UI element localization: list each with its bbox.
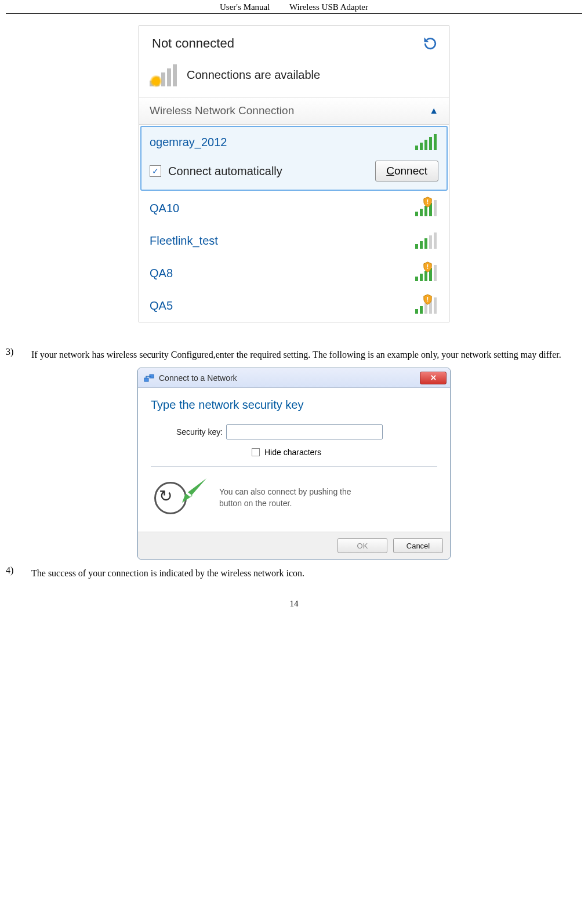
svg-text:!: !: [427, 198, 429, 205]
chevron-up-icon: ▲: [429, 106, 438, 116]
network-item[interactable]: QA8 !: [139, 257, 449, 289]
hide-characters-label: Hide characters: [264, 448, 321, 457]
close-icon: ✕: [430, 373, 437, 382]
close-button[interactable]: ✕: [420, 372, 447, 384]
step-number: 3): [6, 346, 31, 364]
hide-characters-checkbox[interactable]: [252, 448, 260, 456]
dialog-title: Connect to a Network: [159, 373, 237, 383]
cancel-button[interactable]: Cancel: [393, 538, 443, 553]
ssid-label: Fleetlink_test: [150, 234, 218, 248]
connections-available-label: Connections are available: [187, 68, 320, 82]
wps-icon: ↻: [151, 475, 209, 521]
wireless-section-header[interactable]: Wireless Network Connection ▲: [139, 97, 449, 125]
header-left: User's Manual: [220, 2, 270, 12]
dialog-separator: [151, 466, 437, 467]
step-number: 4): [6, 564, 31, 583]
page-header: User's Manual Wireless USB Adapter: [6, 0, 582, 13]
signal-icon: !: [415, 200, 438, 216]
connect-dialog: Connect to a Network ✕ Type the network …: [137, 368, 451, 560]
network-icon: [144, 373, 154, 383]
wps-hint: You can also connect by pushing the butt…: [219, 486, 351, 509]
network-item[interactable]: QA10 !: [139, 192, 449, 224]
signal-icon: !: [415, 265, 438, 281]
security-key-label: Security key:: [151, 427, 226, 437]
signal-icon: [415, 232, 438, 249]
network-list: QA10 ! Fleetlink_test QA8: [139, 192, 449, 322]
connect-button[interactable]: Connect: [375, 161, 438, 181]
signal-icon: [415, 134, 438, 150]
ssid-label: QA5: [150, 299, 173, 313]
shield-icon: !: [422, 197, 433, 208]
connect-button-rest: onnect: [394, 165, 427, 177]
ssid-label: QA10: [150, 202, 179, 215]
selected-ssid: ogemray_2012: [150, 136, 227, 149]
svg-text:!: !: [427, 296, 429, 303]
header-rule: [6, 13, 582, 14]
ok-button[interactable]: OK: [337, 538, 387, 553]
signal-icon: !: [415, 297, 438, 314]
wireless-section-title: Wireless Network Connection: [150, 104, 294, 117]
network-item[interactable]: Fleetlink_test: [139, 224, 449, 257]
dialog-titlebar: Connect to a Network ✕: [138, 368, 450, 388]
header-right: Wireless USB Adapter: [289, 2, 368, 12]
selected-network[interactable]: ogemray_2012 ✓ Connect automatically Con…: [140, 126, 448, 191]
network-item[interactable]: QA5 !: [139, 289, 449, 322]
shield-icon: !: [422, 261, 433, 273]
shield-icon: !: [422, 294, 433, 305]
ssid-label: QA8: [150, 267, 173, 280]
auto-connect-label: Connect automatically: [168, 165, 282, 178]
refresh-icon[interactable]: [422, 35, 438, 52]
step-text: The success of your connection is indica…: [31, 564, 304, 583]
svg-text:!: !: [427, 263, 429, 270]
not-connected-label: Not connected: [152, 36, 234, 51]
dialog-heading: Type the network security key: [151, 398, 437, 412]
no-connection-icon: [150, 63, 179, 86]
security-key-input[interactable]: [226, 424, 383, 439]
network-flyout: Not connected Connections are available …: [139, 26, 449, 322]
wps-line-1: You can also connect by pushing the: [219, 486, 351, 498]
wps-line-2: button on the router.: [219, 498, 351, 510]
step-text: If your network has wireless security Co…: [31, 346, 561, 364]
svg-rect-3: [144, 378, 148, 382]
auto-connect-checkbox[interactable]: ✓: [150, 165, 161, 177]
page-number: 14: [6, 583, 582, 609]
